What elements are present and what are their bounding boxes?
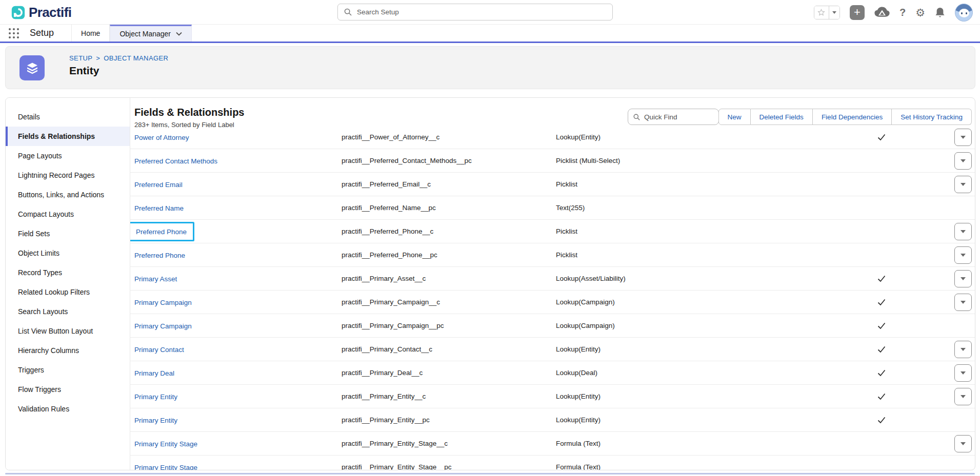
sidebar-item-object-limits[interactable]: Object Limits xyxy=(6,243,130,263)
quick-find[interactable] xyxy=(628,109,719,125)
field-data-type: Lookup(Entity) xyxy=(556,345,843,353)
field-data-type: Lookup(Deal) xyxy=(556,369,843,377)
field-label-link[interactable]: Preferred Name xyxy=(134,204,184,212)
search-icon xyxy=(344,8,352,16)
sidebar-item-validation-rules[interactable]: Validation Rules xyxy=(6,399,130,419)
row-actions-dropdown-button[interactable] xyxy=(954,364,972,382)
nav-tab-object-manager[interactable]: Object Manager xyxy=(110,25,192,42)
favorites-control[interactable] xyxy=(814,6,840,19)
field-label-link[interactable]: Preferred Phone xyxy=(136,228,187,236)
global-header: Practifi + ? ⚙ xyxy=(0,0,980,25)
field-label-link[interactable]: Primary Entity Stage xyxy=(134,464,197,470)
field-api-name: practifi__Primary_Entity__c xyxy=(342,392,556,400)
page-title: Entity xyxy=(69,65,168,77)
object-sidebar: Details Fields & Relationships Page Layo… xyxy=(6,98,130,470)
sidebar-item-hierarchy-columns[interactable]: Hierarchy Columns xyxy=(6,341,130,360)
user-avatar[interactable] xyxy=(955,4,973,22)
sidebar-item-record-types[interactable]: Record Types xyxy=(6,263,130,282)
field-label-link[interactable]: Primary Entity Stage xyxy=(134,440,197,448)
field-label-link[interactable]: Power of Attorney xyxy=(134,134,189,141)
global-search[interactable] xyxy=(337,4,613,20)
sidebar-item-compact-layouts[interactable]: Compact Layouts xyxy=(6,204,130,224)
indexed-check-icon xyxy=(877,275,886,282)
field-data-type: Picklist xyxy=(556,227,843,235)
field-api-name: practifi__Power_of_Attorney__c xyxy=(342,133,556,141)
field-label-link[interactable]: Preferred Contact Methods xyxy=(134,157,217,165)
field-label-link[interactable]: Preferred Email xyxy=(134,181,183,189)
row-actions-dropdown-button[interactable] xyxy=(954,246,972,264)
field-label-link[interactable]: Primary Deal xyxy=(134,369,174,377)
breadcrumb-object-manager-link[interactable]: OBJECT MANAGER xyxy=(104,54,168,62)
search-setup-input[interactable] xyxy=(357,8,606,16)
sidebar-item-page-layouts[interactable]: Page Layouts xyxy=(6,146,130,165)
field-data-type: Lookup(Campaign) xyxy=(556,298,843,306)
field-label-link[interactable]: Primary Campaign xyxy=(134,299,192,306)
field-row: Primary Entity practifi__Primary_Entity_… xyxy=(130,385,975,408)
new-button[interactable]: New xyxy=(718,109,751,125)
sidebar-item-triggers[interactable]: Triggers xyxy=(6,360,130,380)
field-dependencies-button[interactable]: Field Dependencies xyxy=(813,109,892,125)
field-row: Primary Entity practifi__Primary_Entity_… xyxy=(130,408,975,432)
favorites-star-icon[interactable] xyxy=(814,6,829,19)
field-data-type: Formula (Text) xyxy=(556,463,843,470)
row-actions-dropdown-button[interactable] xyxy=(954,388,972,405)
sidebar-item-search-layouts[interactable]: Search Layouts xyxy=(6,302,130,321)
row-actions-dropdown-button[interactable] xyxy=(954,294,972,311)
field-data-type: Picklist xyxy=(556,180,843,188)
field-row: Primary Entity Stage practifi__Primary_E… xyxy=(130,432,975,456)
list-actions: NewDeleted FieldsField DependenciesSet H… xyxy=(718,109,972,125)
field-api-name: practifi__Primary_Asset__c xyxy=(342,275,556,282)
nav-tab-label: Object Manager xyxy=(119,30,171,38)
row-actions-dropdown-button[interactable] xyxy=(954,435,972,452)
row-actions-dropdown-button[interactable] xyxy=(954,129,972,146)
field-row: Preferred Name practifi__Preferred_Name_… xyxy=(130,196,975,220)
favorites-caret-icon[interactable] xyxy=(829,6,839,19)
field-row: Preferred Phone practifi__Preferred_Phon… xyxy=(130,243,975,267)
field-label-link[interactable]: Primary Entity xyxy=(134,417,177,424)
set-history-tracking-button[interactable]: Set History Tracking xyxy=(892,109,972,125)
nav-tab-home[interactable]: Home xyxy=(71,25,110,42)
field-row: Primary Campaign practifi__Primary_Campa… xyxy=(130,314,975,338)
chevron-down-icon xyxy=(176,32,182,36)
field-api-name: practifi__Primary_Campaign__c xyxy=(342,298,556,306)
field-api-name: practifi__Preferred_Contact_Methods__pc xyxy=(342,157,556,164)
help-icon[interactable]: ? xyxy=(899,7,906,18)
sidebar-item-buttons-links-and-actions[interactable]: Buttons, Links, and Actions xyxy=(6,185,130,204)
indexed-check-icon xyxy=(877,299,886,306)
trailhead-icon[interactable] xyxy=(874,6,890,18)
field-label-link[interactable]: Primary Contact xyxy=(134,346,184,354)
row-actions-dropdown-button[interactable] xyxy=(954,270,972,287)
field-api-name: practifi__Preferred_Phone__c xyxy=(342,227,556,235)
field-row: Preferred Email practifi__Preferred_Emai… xyxy=(130,173,975,196)
row-actions-dropdown-button[interactable] xyxy=(954,223,972,240)
sidebar-item-related-lookup-filters[interactable]: Related Lookup Filters xyxy=(6,282,130,302)
field-api-name: practifi__Preferred_Email__c xyxy=(342,180,556,188)
sidebar-item-fields-relationships[interactable]: Fields & Relationships xyxy=(6,127,130,146)
field-label-link[interactable]: Primary Campaign xyxy=(134,322,192,330)
notifications-bell-icon[interactable] xyxy=(935,7,945,18)
row-actions-dropdown-button[interactable] xyxy=(954,176,972,193)
app-name: Setup xyxy=(30,28,54,38)
field-data-type: Text(255) xyxy=(556,204,843,212)
quick-find-input[interactable] xyxy=(644,113,713,121)
horizontal-scrollbar[interactable] xyxy=(5,473,975,474)
sidebar-item-field-sets[interactable]: Field Sets xyxy=(6,224,130,243)
sidebar-item-details[interactable]: Details xyxy=(6,107,130,127)
sidebar-item-list-view-button-layout[interactable]: List View Button Layout xyxy=(6,321,130,341)
field-label-link[interactable]: Primary Entity xyxy=(134,393,177,401)
sidebar-item-lightning-record-pages[interactable]: Lightning Record Pages xyxy=(6,165,130,185)
list-title: Fields & Relationships xyxy=(134,107,244,118)
breadcrumb-setup-link[interactable]: SETUP xyxy=(69,54,92,62)
sidebar-item-flow-triggers[interactable]: Flow Triggers xyxy=(6,380,130,399)
field-label-link[interactable]: Preferred Phone xyxy=(134,252,185,259)
field-row: Preferred Phone practifi__Preferred_Phon… xyxy=(130,220,975,243)
field-label-link[interactable]: Primary Asset xyxy=(134,275,177,283)
row-actions-dropdown-button[interactable] xyxy=(954,152,972,170)
setup-gear-icon[interactable]: ⚙ xyxy=(915,7,925,18)
app-launcher-icon[interactable] xyxy=(7,27,21,40)
nav-tab-label: Home xyxy=(81,29,100,37)
indexed-check-icon xyxy=(877,369,886,377)
add-icon[interactable]: + xyxy=(850,5,865,20)
row-actions-dropdown-button[interactable] xyxy=(954,341,972,358)
deleted-fields-button[interactable]: Deleted Fields xyxy=(751,109,813,125)
